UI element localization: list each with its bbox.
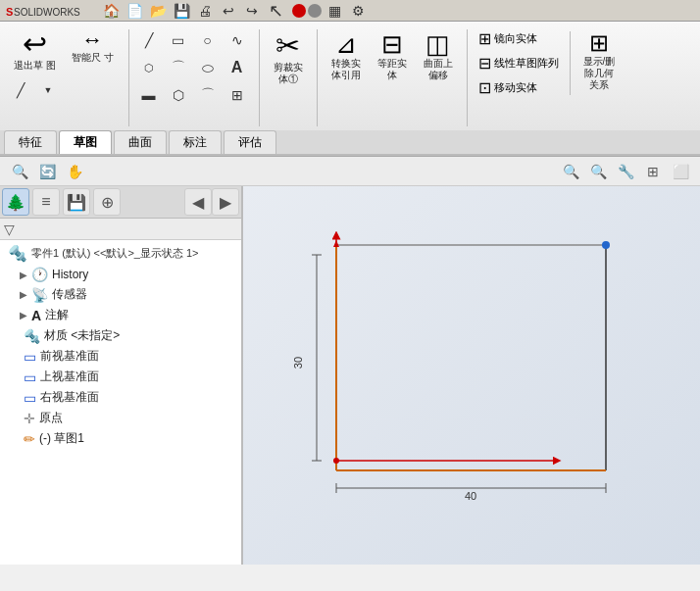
show-hide-relations-btn[interactable]: ⊞ 显示/删除几何关系 xyxy=(577,27,622,95)
hexagon-tool[interactable]: ⬡ xyxy=(166,82,191,108)
trim-btn[interactable]: ✂ 剪裁实体① xyxy=(267,27,310,89)
relations-label: 显示/删除几何关系 xyxy=(583,56,616,91)
context-toolbar: 🔍 🔄 ✋ 🔍 🔍 🔧 ⊞ ⬜ xyxy=(0,157,700,186)
settings-btn[interactable]: ⚙ xyxy=(347,0,369,22)
line-btn[interactable]: ╱ xyxy=(8,77,33,103)
pan-btn[interactable]: ✋ xyxy=(63,160,86,183)
tree-item-sensor[interactable]: ▶ 📡 传感器 xyxy=(0,284,241,305)
new-btn[interactable]: 📄 xyxy=(124,0,145,22)
tree-tab-config[interactable]: 💾 xyxy=(63,188,90,216)
tab-annotation[interactable]: 标注 xyxy=(169,130,222,154)
line-tool[interactable]: ╱ xyxy=(136,27,162,53)
tree-item-right-plane[interactable]: ▭ 右视基准面 xyxy=(0,387,241,408)
tab-features[interactable]: 特征 xyxy=(4,130,57,154)
feature-tree-panel: 🌲 ≡ 💾 ⊕ ◀ ▶ ▽ 🔩 零件1 (默认) <<默认>_显示状态 1> ▶… xyxy=(0,186,243,565)
smart-dimension-btn[interactable]: ↔ 智能尺 寸 xyxy=(66,25,120,75)
linear-pattern-icon: ⊟ xyxy=(478,54,491,73)
fillet-tool[interactable]: ⌒ xyxy=(195,82,221,108)
smart-dim-icon: ↔ xyxy=(81,29,103,51)
offset-label: 等距实体 xyxy=(377,58,407,81)
tab-evaluate[interactable]: 评估 xyxy=(224,130,276,154)
move-entity-btn[interactable]: ⊡ 移动实体 xyxy=(475,76,563,99)
open-btn[interactable]: 📂 xyxy=(147,0,169,22)
tree-scroll-left[interactable]: ◀ xyxy=(184,188,212,216)
linear-pattern-label: 线性草图阵列 xyxy=(494,56,559,71)
mirror-tool[interactable]: ⊞ xyxy=(225,82,250,108)
tree-tab-view[interactable]: ⊕ xyxy=(93,188,121,216)
tab-bar: 特征 草图 曲面 标注 评估 xyxy=(0,130,700,156)
surface-icon: ◫ xyxy=(425,31,450,57)
trim-icon: ✂ xyxy=(275,31,300,61)
redo-btn[interactable]: ↪ xyxy=(241,0,263,22)
relations-icon: ⊞ xyxy=(589,31,609,55)
tree-item-material[interactable]: 🔩 材质 <未指定> xyxy=(0,325,241,346)
text-tool[interactable]: A xyxy=(225,55,250,80)
move-label: 移动实体 xyxy=(494,80,537,95)
spline-tool[interactable]: ∿ xyxy=(225,27,250,53)
cube-btn[interactable]: ⬜ xyxy=(669,160,692,183)
search-btn[interactable]: 🔍 xyxy=(559,160,582,183)
tab-sketch[interactable]: 草图 xyxy=(59,130,112,154)
settings-btn2[interactable]: 🔧 xyxy=(614,160,637,183)
tree-scroll-btns: ◀ ▶ xyxy=(184,188,239,216)
tree-tab-property[interactable]: ≡ xyxy=(32,188,60,216)
tree-tab-feature[interactable]: 🌲 xyxy=(2,188,29,216)
tree-filter-bar: ▽ xyxy=(0,219,241,240)
offset-entities-btn[interactable]: ⊟ 等距实体 xyxy=(371,27,414,85)
arc-tool[interactable]: ⌒ xyxy=(166,55,191,80)
dropdown-btn1[interactable]: ▼ xyxy=(35,77,61,103)
sketch1-icon: ✏ xyxy=(24,431,35,447)
tree-content: 🔩 零件1 (默认) <<默认>_显示状态 1> ▶ 🕐 History ▶ 📡… xyxy=(0,240,241,565)
right-tools-group: ⊞ 镜向实体 ⊟ 线性草图阵列 ⊡ 移动实体 ⊞ xyxy=(473,25,696,101)
exit-dim-row: ↩ 退出草 图 ↔ 智能尺 寸 xyxy=(8,25,120,75)
convert-entities-btn[interactable]: ⊿ 转换实体引用 xyxy=(325,27,368,85)
ellipse-tool[interactable]: ⬭ xyxy=(195,55,221,80)
undo-btn[interactable]: ↩ xyxy=(218,0,239,22)
save-btn[interactable]: 💾 xyxy=(171,0,192,22)
front-plane-label: 前视基准面 xyxy=(40,348,99,365)
mirror-icon: ⊞ xyxy=(478,29,491,48)
tree-scroll-right[interactable]: ▶ xyxy=(212,188,239,216)
tree-item-sketch1[interactable]: ✏ (-) 草图1 xyxy=(0,428,241,449)
mirror-group: ⊞ 镜向实体 ⊟ 线性草图阵列 ⊡ 移动实体 xyxy=(475,27,563,99)
zoom-fit-btn[interactable]: 🔍 xyxy=(8,160,31,183)
sketch-canvas: 30 40 xyxy=(243,186,700,565)
rect-tool[interactable]: ▭ xyxy=(166,27,191,53)
filter-icon[interactable]: ▽ xyxy=(4,222,15,237)
polygon-tool[interactable]: ⬡ xyxy=(136,55,162,80)
drawing-tools-group: ╱ ▭ ○ ∿ ⬡ ⌒ ⬭ A ▬ ⬡ ⌒ ⊞ xyxy=(134,25,254,110)
tree-item-history[interactable]: ▶ 🕐 History xyxy=(0,265,241,284)
top-plane-label: 上视基准面 xyxy=(40,369,99,385)
sketch1-label: (-) 草图1 xyxy=(39,430,84,447)
linear-pattern-btn[interactable]: ⊟ 线性草图阵列 xyxy=(475,52,563,74)
slot-tool[interactable]: ▬ xyxy=(136,82,162,108)
part-name: 零件1 (默认) <<默认>_显示状态 1> xyxy=(31,246,199,261)
circle-tool[interactable]: ○ xyxy=(195,27,221,53)
view-btn[interactable]: ⊞ xyxy=(641,160,665,183)
svg-rect-2 xyxy=(243,186,700,565)
tree-item-top-plane[interactable]: ▭ 上视基准面 xyxy=(0,367,241,387)
surface-offset-btn[interactable]: ◫ 曲面上偏移 xyxy=(417,27,460,85)
convert-label: 转换实体引用 xyxy=(331,58,361,81)
svg-text:S: S xyxy=(6,6,13,18)
tree-part-header[interactable]: 🔩 零件1 (默认) <<默认>_显示状态 1> xyxy=(0,242,241,265)
cursor-btn[interactable]: ↖ xyxy=(265,0,286,22)
mirror-label: 镜向实体 xyxy=(494,31,537,46)
tab-surface[interactable]: 曲面 xyxy=(114,130,167,154)
part-icon: 🔩 xyxy=(8,244,27,263)
rotate-btn[interactable]: 🔄 xyxy=(35,160,59,183)
tree-item-front-plane[interactable]: ▭ 前视基准面 xyxy=(0,346,241,367)
exit-sketch-icon: ↩ xyxy=(23,29,47,59)
origin-dot xyxy=(333,458,339,464)
exit-sketch-btn[interactable]: ↩ 退出草 图 xyxy=(8,25,62,75)
tree-item-annotation[interactable]: ▶ A 注解 xyxy=(0,305,241,325)
search-btn2[interactable]: 🔍 xyxy=(586,160,610,183)
mirror-entity-btn[interactable]: ⊞ 镜向实体 xyxy=(475,27,563,50)
viewport[interactable]: 30 40 xyxy=(243,186,700,565)
print-btn[interactable]: 🖨 xyxy=(194,0,216,22)
home-btn[interactable]: 🏠 xyxy=(100,0,122,22)
view-grid-btn[interactable]: ▦ xyxy=(324,0,345,22)
history-label: History xyxy=(52,268,88,281)
tree-item-origin[interactable]: ✛ 原点 xyxy=(0,408,241,428)
annotation-icon: A xyxy=(31,308,41,323)
